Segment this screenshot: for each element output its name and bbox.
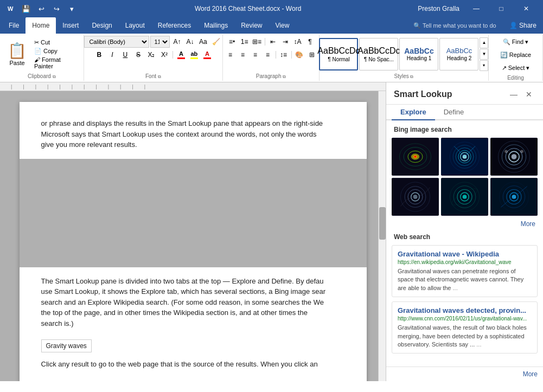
style-heading2[interactable]: AaBbCc Heading 2: [439, 38, 478, 70]
align-left-button[interactable]: ≡: [225, 49, 237, 61]
tab-define[interactable]: Define: [435, 105, 473, 120]
para-row1: ≡• 1≡ ⊞≡ ⇤ ⇥ ↕A ¶: [226, 36, 316, 48]
vertical-scrollbar[interactable]: [378, 91, 386, 381]
find-button[interactable]: 🔍 Find ▾: [500, 36, 532, 48]
clipboard-sub: ✂ Cut 📄 Copy 🖌 Format Painter: [32, 38, 80, 70]
line-spacing-button[interactable]: ↕≡: [278, 49, 290, 61]
tab-references[interactable]: References: [151, 17, 197, 34]
smart-lookup-tabs: Explore Define: [386, 105, 543, 120]
increase-font-button[interactable]: A↑: [171, 36, 183, 48]
align-center-button[interactable]: ≡: [237, 49, 249, 61]
smart-lookup-content[interactable]: Bing image search: [386, 120, 543, 367]
replace-button[interactable]: 🔄 Replace: [497, 49, 534, 61]
multilevel-list-button[interactable]: ⊞≡: [251, 36, 263, 48]
style-heading2-label: Heading 2: [447, 55, 472, 61]
smart-lookup-footer: More: [386, 367, 543, 381]
borders-button[interactable]: ⊞: [306, 49, 318, 61]
wave-image-6[interactable]: [490, 178, 538, 216]
decrease-font-button[interactable]: A↓: [184, 36, 196, 48]
qat-dropdown-button[interactable]: ▾: [65, 2, 78, 15]
show-hide-button[interactable]: ¶: [304, 36, 316, 48]
quick-access-toolbar: W 💾 ↩ ↪ ▾: [4, 2, 78, 15]
italic-button[interactable]: I: [106, 49, 118, 61]
change-case-button[interactable]: Aa: [197, 36, 209, 48]
wave-image-3[interactable]: [490, 138, 538, 176]
select-button[interactable]: ↗ Select ▾: [499, 62, 533, 74]
tab-view[interactable]: View: [269, 17, 296, 34]
wave-image-1[interactable]: [392, 138, 439, 176]
font-color-button[interactable]: A: [175, 49, 187, 61]
tab-explore[interactable]: Explore: [392, 105, 435, 120]
font-name-select[interactable]: Calibri (Body): [84, 36, 149, 48]
shading-button[interactable]: 🎨: [293, 49, 305, 61]
style-scroll-up[interactable]: ▲: [480, 37, 488, 48]
more-bottom-link[interactable]: More: [523, 370, 538, 378]
style-normal[interactable]: AaBbCcDc ¶ Normal: [319, 38, 358, 70]
numbering-button[interactable]: 1≡: [239, 36, 251, 48]
smart-lookup-title: Smart Lookup: [394, 89, 452, 99]
style-scroll-more[interactable]: ▾: [480, 60, 488, 71]
sr1-title: Gravitational wave - Wikipedia: [398, 250, 532, 258]
wave-image-5[interactable]: [441, 178, 488, 216]
smart-lookup-close-button[interactable]: ✕: [522, 88, 535, 101]
tab-insert[interactable]: Insert: [56, 17, 85, 34]
search-result-1[interactable]: Gravitational wave - Wikipedia https://e…: [392, 245, 538, 297]
superscript-button[interactable]: X²: [158, 49, 170, 61]
tab-file[interactable]: File: [2, 17, 25, 34]
cut-button[interactable]: ✂ Cut: [32, 38, 80, 47]
smart-lookup-collapse-button[interactable]: —: [507, 88, 520, 101]
maximize-button[interactable]: □: [489, 0, 514, 17]
smart-lookup-header-icons: — ✕: [507, 88, 535, 101]
decrease-indent-button[interactable]: ⇤: [267, 36, 279, 48]
tab-layout[interactable]: Layout: [119, 17, 151, 34]
close-button[interactable]: ✕: [514, 0, 539, 17]
style-scroll-down[interactable]: ▼: [480, 49, 488, 60]
format-painter-button[interactable]: 🖌 Format Painter: [32, 56, 80, 70]
copy-button[interactable]: 📄 Copy: [32, 47, 80, 55]
font-size-select[interactable]: 11: [150, 36, 170, 48]
share-button[interactable]: 👤 Share: [503, 17, 543, 34]
gravity-badge: Gravity waves: [41, 339, 92, 352]
style-heading1-preview: AaBbCc: [404, 47, 433, 56]
wave-image-2[interactable]: [441, 138, 488, 176]
undo-button[interactable]: ↩: [35, 2, 48, 15]
style-heading1-label: Heading 1: [407, 55, 432, 61]
justify-button[interactable]: ≡: [262, 49, 274, 61]
style-no-spacing[interactable]: AaBbCcDc ¶ No Spac...: [359, 38, 398, 70]
tell-me-input[interactable]: 🔍 Tell me what you want to do: [407, 17, 503, 34]
title-bar-right: Preston Gralla — □ ✕: [418, 0, 539, 17]
minimize-button[interactable]: —: [464, 0, 489, 17]
font-content: Calibri (Body) 11 A↑ A↓ Aa 🧹 B I U S X₂ …: [84, 36, 222, 72]
svg-point-21: [512, 154, 517, 159]
more-images-link[interactable]: More: [392, 220, 538, 228]
save-button[interactable]: 💾: [20, 2, 33, 15]
subscript-button[interactable]: X₂: [145, 49, 157, 61]
web-search-title: Web search: [392, 233, 538, 241]
window-title: Word 2016 Cheat Sheet.docx - Word: [78, 5, 418, 12]
document-page: or phrase and displays the results in th…: [20, 102, 367, 381]
style-no-spacing-preview: AaBbCcDc: [357, 46, 400, 56]
strikethrough-button[interactable]: S: [132, 49, 144, 61]
align-right-button[interactable]: ≡: [250, 49, 261, 61]
tab-review[interactable]: Review: [234, 17, 269, 34]
paste-button[interactable]: 📋 Paste: [3, 40, 31, 68]
text-highlight-button[interactable]: A: [201, 49, 213, 61]
smart-lookup-header: Smart Lookup — ✕: [386, 82, 543, 105]
search-result-2[interactable]: Gravitational waves detected, provin... …: [392, 301, 538, 354]
tab-home[interactable]: Home: [25, 17, 56, 34]
svg-point-23: [520, 150, 523, 153]
document-scroll-area[interactable]: or phrase and displays the results in th…: [0, 91, 386, 381]
bullets-button[interactable]: ≡•: [226, 36, 238, 48]
wave-image-4[interactable]: [392, 178, 439, 216]
tab-design[interactable]: Design: [85, 17, 118, 34]
tab-mailings[interactable]: Mailings: [197, 17, 234, 34]
underline-button[interactable]: U: [119, 49, 131, 61]
clear-formatting-button[interactable]: 🧹: [210, 36, 222, 48]
redo-button[interactable]: ↪: [50, 2, 63, 15]
increase-indent-button[interactable]: ⇥: [279, 36, 291, 48]
highlight-color-button[interactable]: ab: [188, 49, 200, 61]
bold-button[interactable]: B: [93, 49, 105, 61]
style-heading1[interactable]: AaBbCc Heading 1: [399, 38, 438, 70]
scrollbar-thumb[interactable]: [379, 207, 386, 240]
sort-button[interactable]: ↕A: [292, 36, 304, 48]
